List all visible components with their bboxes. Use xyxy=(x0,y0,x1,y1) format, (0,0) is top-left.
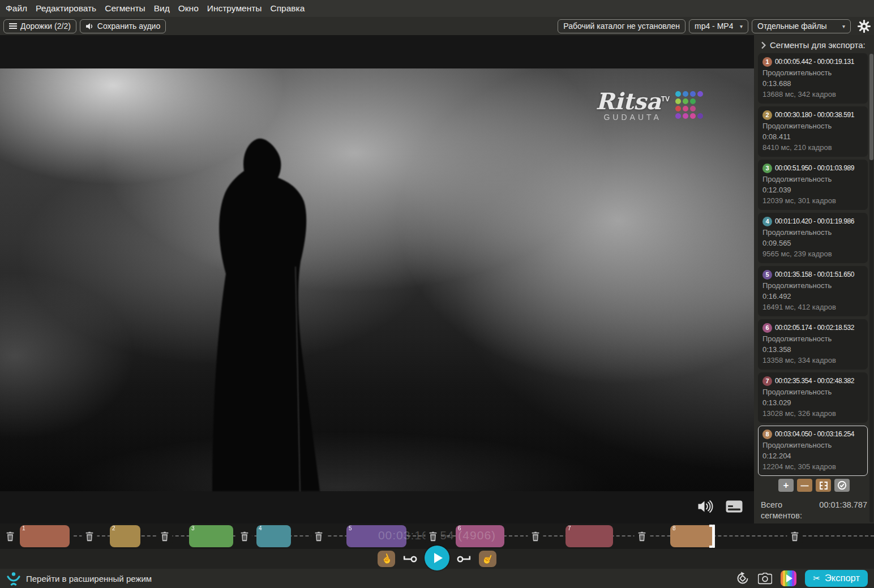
timeline-segment-number: 4 xyxy=(259,525,262,531)
segment-duration: 0:13.358 xyxy=(762,344,863,355)
timeline-segment-number: 6 xyxy=(458,525,461,531)
video-player[interactable]: RitsaTV GUDAUTA xyxy=(0,35,754,523)
duration-label: Продолжительность xyxy=(762,227,863,238)
menu-edit[interactable]: Редактировать xyxy=(35,2,97,15)
trash-icon[interactable] xyxy=(311,530,327,542)
select-segments-button[interactable] xyxy=(834,479,850,492)
tracks-label: Дорожки (2/2) xyxy=(20,22,71,31)
segment-card-7[interactable]: 700:02:35.354 - 00:02:48.382 Продолжител… xyxy=(758,372,868,423)
segment-card-8[interactable]: 800:03:04.050 - 00:03:16.254 Продолжител… xyxy=(758,426,868,476)
main-area: RitsaTV GUDAUTA Сегменты для экспорта: xyxy=(0,35,874,523)
timeline-segment-2[interactable]: 2 xyxy=(110,525,140,547)
next-keyframe-button[interactable] xyxy=(457,555,472,563)
trash-icon[interactable] xyxy=(426,530,441,542)
rotate-icon xyxy=(736,572,749,585)
segment-card-3[interactable]: 300:00:51.950 - 00:01:03.989 Продолжител… xyxy=(758,160,868,210)
export-button[interactable]: ✂ Экспорт xyxy=(805,570,868,587)
chevron-right-icon[interactable] xyxy=(761,41,766,49)
person-icon xyxy=(6,572,21,586)
hand-left-icon: ☝ xyxy=(379,552,394,566)
menu-file[interactable]: Файл xyxy=(5,2,28,15)
format-select[interactable]: mp4 - MP4 (M ▾ xyxy=(689,19,748,33)
jump-cut-end-button[interactable]: ☝ xyxy=(479,551,496,567)
segment-card-2[interactable]: 200:00:30.180 - 00:00:38.591 Продолжител… xyxy=(758,106,868,157)
tracks-button[interactable]: Дорожки (2/2) xyxy=(3,19,76,33)
playhead[interactable] xyxy=(712,525,715,548)
watermark-dot xyxy=(683,98,688,104)
segment-range: 00:02:05.174 - 00:02:18.532 xyxy=(775,323,854,333)
speaker-icon xyxy=(85,23,94,30)
working-dir-button[interactable]: Рабочий каталог не установлен xyxy=(558,19,686,33)
timeline-segment-1[interactable]: 1 xyxy=(20,525,70,547)
watermark-subtitle: GUDAUTA xyxy=(595,113,670,122)
menu-view[interactable]: Вид xyxy=(153,2,170,15)
segment-details: 9565 мс, 239 кадров xyxy=(762,248,863,259)
trash-icon[interactable] xyxy=(635,530,650,542)
segment-details: 13688 мс, 342 кадров xyxy=(762,89,863,100)
sidebar-scrollbar[interactable] xyxy=(869,54,873,522)
timeline-segment-5[interactable]: 5 xyxy=(346,525,406,547)
volume-icon[interactable] xyxy=(697,499,714,514)
remove-segment-button[interactable]: — xyxy=(797,479,812,492)
timeline-segment-6[interactable]: 6 xyxy=(456,525,504,547)
segment-card-5[interactable]: 500:01:35.158 - 00:01:51.650 Продолжител… xyxy=(758,266,868,316)
play-button[interactable] xyxy=(425,546,449,570)
watermark-dot xyxy=(690,113,696,119)
timeline-segment-number: 1 xyxy=(22,525,25,531)
menu-window[interactable]: Окно xyxy=(178,2,199,15)
trash-icon[interactable] xyxy=(157,530,173,542)
split-icon xyxy=(819,482,828,490)
timeline-segment-3[interactable]: 3 xyxy=(189,525,233,547)
convert-format-button[interactable] xyxy=(781,570,796,586)
split-segment-button[interactable] xyxy=(816,479,831,492)
timeline-segment-8[interactable]: 8 xyxy=(670,525,714,547)
trash-icon[interactable] xyxy=(3,530,18,542)
menu-help[interactable]: Справка xyxy=(269,2,305,15)
segment-duration: 0:13.029 xyxy=(762,397,863,408)
captions-icon[interactable] xyxy=(726,500,743,513)
trash-icon[interactable] xyxy=(237,530,252,542)
chevron-down-icon: ▾ xyxy=(842,23,845,29)
watermark-sup: TV xyxy=(661,95,670,103)
duration-label: Продолжительность xyxy=(762,387,863,397)
video-frame[interactable]: RitsaTV GUDAUTA xyxy=(0,68,754,491)
settings-button[interactable] xyxy=(858,20,871,33)
trash-icon[interactable] xyxy=(787,530,803,542)
watermark-dot xyxy=(683,106,688,111)
duration-label: Продолжительность xyxy=(762,280,863,291)
output-mode-select[interactable]: Отдельные файлы ▾ xyxy=(752,19,851,33)
duration-label: Продолжительность xyxy=(762,121,863,131)
chevron-down-icon: ▾ xyxy=(740,23,743,29)
status-bar: Перейти в расширенный режим ✂ Экспорт xyxy=(0,569,874,588)
save-audio-button[interactable]: Сохранить аудио xyxy=(80,19,166,33)
segment-card-1[interactable]: 100:00:05.442 - 00:00:19.131 Продолжител… xyxy=(758,53,868,104)
timeline-segment-4[interactable]: 4 xyxy=(256,525,291,547)
timeline-segment-7[interactable]: 7 xyxy=(565,525,613,547)
menu-tools[interactable]: Инструменты xyxy=(207,2,263,15)
woman-silhouette xyxy=(212,134,342,491)
add-segment-button[interactable]: + xyxy=(778,479,794,492)
trash-icon[interactable] xyxy=(82,530,97,542)
advanced-mode-link[interactable]: Перейти в расширенный режим xyxy=(6,572,152,586)
menu-segments[interactable]: Сегменты xyxy=(104,2,146,15)
app-window: Файл Редактировать Сегменты Вид Окно Инс… xyxy=(0,0,874,588)
watermark-dot xyxy=(690,98,696,104)
segment-duration: 0:09.565 xyxy=(762,238,863,248)
hamburger-icon xyxy=(9,23,17,29)
trash-icon[interactable] xyxy=(528,530,543,542)
segment-duration: 0:12.039 xyxy=(762,184,863,195)
segment-card-4[interactable]: 400:01:10.420 - 00:01:19.986 Продолжител… xyxy=(758,213,868,263)
transport-controls: ☝ ☝ xyxy=(0,549,874,569)
segment-card-6[interactable]: 600:02:05.174 - 00:02:18.532 Продолжител… xyxy=(758,319,868,370)
export-segments-panel: Сегменты для экспорта: 100:00:05.442 - 0… xyxy=(754,35,874,523)
prev-keyframe-button[interactable] xyxy=(402,555,417,563)
timeline-segment-number: 8 xyxy=(672,525,676,531)
check-circle-icon xyxy=(837,480,847,490)
jump-cut-start-button[interactable]: ☝ xyxy=(378,551,395,567)
segment-duration: 0:16.492 xyxy=(762,291,863,302)
total-segments-value: 00:01:38.787 xyxy=(819,500,867,521)
rotate-button[interactable] xyxy=(736,572,749,585)
watermark: RitsaTV GUDAUTA xyxy=(595,90,704,122)
sidebar-scrollbar-thumb[interactable] xyxy=(869,54,873,160)
screenshot-button[interactable] xyxy=(758,573,772,585)
